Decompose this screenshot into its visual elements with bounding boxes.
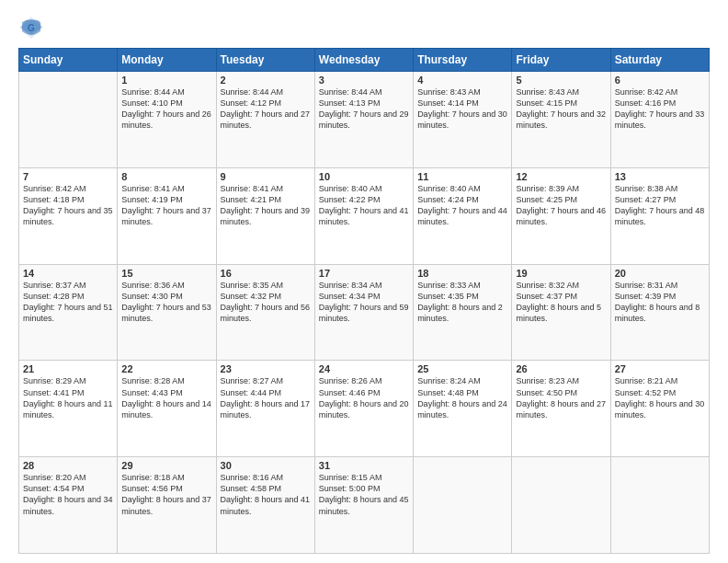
day-number: 30 [221,460,311,471]
day-cell: 13Sunrise: 8:38 AMSunset: 4:27 PMDayligh… [610,167,709,264]
day-cell: 9Sunrise: 8:41 AMSunset: 4:21 PMDaylight… [216,167,314,264]
weekday-header-monday: Monday [118,49,216,72]
day-cell: 17Sunrise: 8:34 AMSunset: 4:34 PMDayligh… [314,264,413,361]
day-number: 31 [319,460,409,471]
week-row-5: 28Sunrise: 8:20 AMSunset: 4:54 PMDayligh… [19,457,710,554]
day-cell [512,457,610,554]
day-cell: 2Sunrise: 8:44 AMSunset: 4:12 PMDaylight… [216,72,314,168]
day-info: Sunrise: 8:43 AMSunset: 4:15 PMDaylight:… [516,86,606,132]
day-info: Sunrise: 8:18 AMSunset: 4:56 PMDaylight:… [121,472,211,517]
day-info: Sunrise: 8:32 AMSunset: 4:37 PMDaylight:… [516,280,606,325]
day-number: 15 [121,268,211,279]
day-cell: 30Sunrise: 8:16 AMSunset: 4:58 PMDayligh… [216,457,314,554]
weekday-header-thursday: Thursday [414,49,512,72]
day-cell: 6Sunrise: 8:42 AMSunset: 4:16 PMDaylight… [610,72,709,168]
day-number: 7 [23,171,113,182]
day-cell: 26Sunrise: 8:23 AMSunset: 4:50 PMDayligh… [512,361,610,457]
day-info: Sunrise: 8:29 AMSunset: 4:41 PMDaylight:… [23,375,113,420]
day-number: 4 [417,75,507,86]
day-number: 6 [615,75,705,86]
week-row-4: 21Sunrise: 8:29 AMSunset: 4:41 PMDayligh… [19,361,710,457]
day-number: 25 [417,363,507,374]
day-cell: 18Sunrise: 8:33 AMSunset: 4:35 PMDayligh… [414,264,512,361]
weekday-header-wednesday: Wednesday [314,49,413,72]
day-number: 16 [221,268,311,279]
day-info: Sunrise: 8:44 AMSunset: 4:12 PMDaylight:… [221,86,311,132]
day-cell: 28Sunrise: 8:20 AMSunset: 4:54 PMDayligh… [19,457,118,554]
day-cell: 19Sunrise: 8:32 AMSunset: 4:37 PMDayligh… [512,264,610,361]
day-number: 14 [23,268,113,279]
day-cell: 12Sunrise: 8:39 AMSunset: 4:25 PMDayligh… [512,167,610,264]
day-cell: 29Sunrise: 8:18 AMSunset: 4:56 PMDayligh… [118,457,216,554]
day-number: 11 [417,171,507,182]
day-info: Sunrise: 8:23 AMSunset: 4:50 PMDaylight:… [516,375,606,420]
day-info: Sunrise: 8:16 AMSunset: 4:58 PMDaylight:… [221,472,311,517]
day-cell: 20Sunrise: 8:31 AMSunset: 4:39 PMDayligh… [610,264,709,361]
day-info: Sunrise: 8:27 AMSunset: 4:44 PMDaylight:… [221,375,311,420]
day-info: Sunrise: 8:41 AMSunset: 4:21 PMDaylight:… [221,183,311,228]
day-cell: 8Sunrise: 8:41 AMSunset: 4:19 PMDaylight… [118,167,216,264]
calendar-table: SundayMondayTuesdayWednesdayThursdayFrid… [18,48,710,554]
weekday-header-friday: Friday [512,49,610,72]
day-cell: 10Sunrise: 8:40 AMSunset: 4:22 PMDayligh… [314,167,413,264]
day-cell: 22Sunrise: 8:28 AMSunset: 4:43 PMDayligh… [118,361,216,457]
day-number: 27 [615,363,705,374]
day-info: Sunrise: 8:35 AMSunset: 4:32 PMDaylight:… [221,280,311,325]
day-info: Sunrise: 8:44 AMSunset: 4:10 PMDaylight:… [121,86,211,132]
day-number: 20 [615,268,705,279]
day-info: Sunrise: 8:43 AMSunset: 4:14 PMDaylight:… [417,86,507,132]
day-number: 10 [319,171,409,182]
weekday-header-sunday: Sunday [19,49,118,72]
day-info: Sunrise: 8:36 AMSunset: 4:30 PMDaylight:… [121,280,211,325]
svg-text:G: G [28,23,35,33]
logo-icon: G [18,15,44,40]
day-info: Sunrise: 8:38 AMSunset: 4:27 PMDaylight:… [615,183,705,228]
day-info: Sunrise: 8:28 AMSunset: 4:43 PMDaylight:… [121,375,211,420]
page: G SundayMondayTuesdayWednesdayThursdayFr… [0,0,728,563]
day-cell: 4Sunrise: 8:43 AMSunset: 4:14 PMDaylight… [414,72,512,168]
day-number: 2 [221,75,311,86]
day-cell: 31Sunrise: 8:15 AMSunset: 5:00 PMDayligh… [314,457,413,554]
day-number: 23 [221,363,311,374]
day-number: 29 [121,460,211,471]
day-info: Sunrise: 8:33 AMSunset: 4:35 PMDaylight:… [417,280,507,325]
week-row-3: 14Sunrise: 8:37 AMSunset: 4:28 PMDayligh… [19,264,710,361]
day-number: 5 [516,75,606,86]
day-number: 8 [121,171,211,182]
day-number: 12 [516,171,606,182]
day-number: 22 [121,363,211,374]
day-cell: 7Sunrise: 8:42 AMSunset: 4:18 PMDaylight… [19,167,118,264]
day-number: 1 [121,75,211,86]
day-info: Sunrise: 8:21 AMSunset: 4:52 PMDaylight:… [615,375,705,420]
day-number: 3 [319,75,409,86]
day-cell: 3Sunrise: 8:44 AMSunset: 4:13 PMDaylight… [314,72,413,168]
day-info: Sunrise: 8:20 AMSunset: 4:54 PMDaylight:… [23,472,113,517]
day-info: Sunrise: 8:37 AMSunset: 4:28 PMDaylight:… [23,280,113,325]
day-info: Sunrise: 8:40 AMSunset: 4:24 PMDaylight:… [417,183,507,228]
day-info: Sunrise: 8:34 AMSunset: 4:34 PMDaylight:… [319,280,409,325]
week-row-1: 1Sunrise: 8:44 AMSunset: 4:10 PMDaylight… [19,72,710,168]
day-cell: 15Sunrise: 8:36 AMSunset: 4:30 PMDayligh… [118,264,216,361]
day-info: Sunrise: 8:31 AMSunset: 4:39 PMDaylight:… [615,280,705,325]
day-number: 17 [319,268,409,279]
day-info: Sunrise: 8:40 AMSunset: 4:22 PMDaylight:… [319,183,409,228]
day-info: Sunrise: 8:39 AMSunset: 4:25 PMDaylight:… [516,183,606,228]
week-row-2: 7Sunrise: 8:42 AMSunset: 4:18 PMDaylight… [19,167,710,264]
day-number: 24 [319,363,409,374]
header: G [18,15,710,40]
day-number: 19 [516,268,606,279]
day-number: 28 [23,460,113,471]
day-info: Sunrise: 8:26 AMSunset: 4:46 PMDaylight:… [319,375,409,420]
day-cell [610,457,709,554]
day-cell: 23Sunrise: 8:27 AMSunset: 4:44 PMDayligh… [216,361,314,457]
day-cell: 11Sunrise: 8:40 AMSunset: 4:24 PMDayligh… [414,167,512,264]
day-number: 21 [23,363,113,374]
weekday-header-saturday: Saturday [610,49,709,72]
day-cell [19,72,118,168]
weekday-header-row: SundayMondayTuesdayWednesdayThursdayFrid… [19,49,710,72]
day-cell: 1Sunrise: 8:44 AMSunset: 4:10 PMDaylight… [118,72,216,168]
logo: G [18,15,46,40]
day-info: Sunrise: 8:42 AMSunset: 4:18 PMDaylight:… [23,183,113,228]
day-cell: 14Sunrise: 8:37 AMSunset: 4:28 PMDayligh… [19,264,118,361]
day-number: 26 [516,363,606,374]
